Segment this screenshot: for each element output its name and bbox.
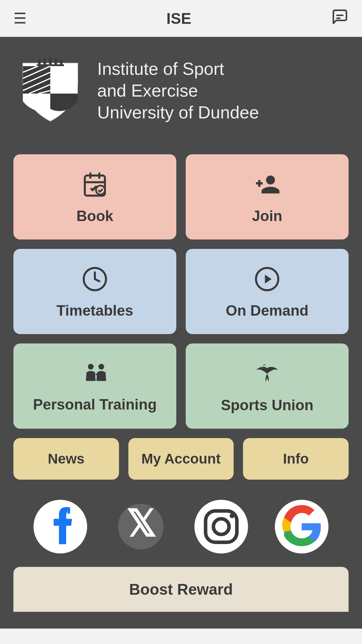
- personal-training-label: Personal Training: [33, 396, 157, 413]
- timetables-icon: [81, 266, 108, 296]
- on-demand-label: On Demand: [226, 302, 309, 319]
- hero-banner: Institute of Sport and Exercise Universi…: [0, 37, 362, 144]
- university-logo: [17, 57, 84, 124]
- join-tile[interactable]: Join: [186, 154, 349, 239]
- svg-rect-6: [60, 59, 62, 65]
- bottom-row: News My Account Info: [13, 438, 349, 480]
- news-tile[interactable]: News: [13, 438, 119, 480]
- news-label: News: [48, 451, 84, 467]
- personal-training-tile[interactable]: Personal Training: [13, 343, 176, 429]
- svg-rect-5: [55, 58, 57, 65]
- row-timetables-ondemand: Timetables On Demand: [13, 249, 349, 334]
- app-header: ☰ ISE: [0, 0, 362, 37]
- book-label: Book: [76, 208, 113, 224]
- join-icon: [254, 171, 281, 202]
- app-title: ISE: [166, 9, 191, 28]
- chat-icon[interactable]: [331, 8, 349, 29]
- boost-label: Boost Reward: [129, 580, 233, 598]
- boost-banner[interactable]: Boost Reward: [13, 567, 349, 612]
- svg-point-25: [264, 367, 266, 369]
- svg-rect-7: [37, 64, 64, 66]
- hero-text: Institute of Sport and Exercise Universi…: [97, 58, 259, 123]
- my-account-tile[interactable]: My Account: [128, 438, 234, 480]
- svg-point-22: [88, 364, 94, 369]
- my-account-label: My Account: [141, 451, 221, 467]
- menu-icon[interactable]: ☰: [13, 10, 26, 27]
- svg-point-32: [230, 514, 234, 518]
- svg-marker-21: [265, 275, 272, 284]
- info-label: Info: [283, 451, 309, 467]
- book-icon: [81, 171, 108, 202]
- svg-text:𝕏: 𝕏: [126, 503, 156, 544]
- join-label: Join: [252, 208, 282, 224]
- svg-rect-2: [38, 59, 41, 65]
- row-book-join: Book Join: [13, 154, 349, 239]
- timetables-tile[interactable]: Timetables: [13, 249, 176, 334]
- on-demand-icon: [254, 266, 281, 296]
- google-icon[interactable]: [275, 500, 328, 553]
- sports-union-icon: [254, 360, 281, 391]
- svg-point-23: [98, 364, 104, 369]
- sports-union-tile[interactable]: Sports Union: [186, 343, 349, 429]
- on-demand-tile[interactable]: On Demand: [186, 249, 349, 334]
- book-tile[interactable]: Book: [13, 154, 176, 239]
- svg-rect-3: [44, 58, 46, 65]
- sports-union-label: Sports Union: [221, 397, 313, 414]
- info-tile[interactable]: Info: [243, 438, 349, 480]
- row-training-union: Personal Training Sports Union: [13, 343, 349, 429]
- x-twitter-icon[interactable]: 𝕏: [114, 500, 168, 553]
- facebook-icon[interactable]: [34, 500, 87, 553]
- svg-rect-4: [49, 58, 51, 65]
- instagram-icon[interactable]: [194, 500, 248, 553]
- main-content: Book Join Timetables: [0, 144, 362, 629]
- timetables-label: Timetables: [56, 302, 133, 319]
- personal-training-icon: [81, 361, 109, 390]
- social-row: 𝕏: [13, 496, 349, 567]
